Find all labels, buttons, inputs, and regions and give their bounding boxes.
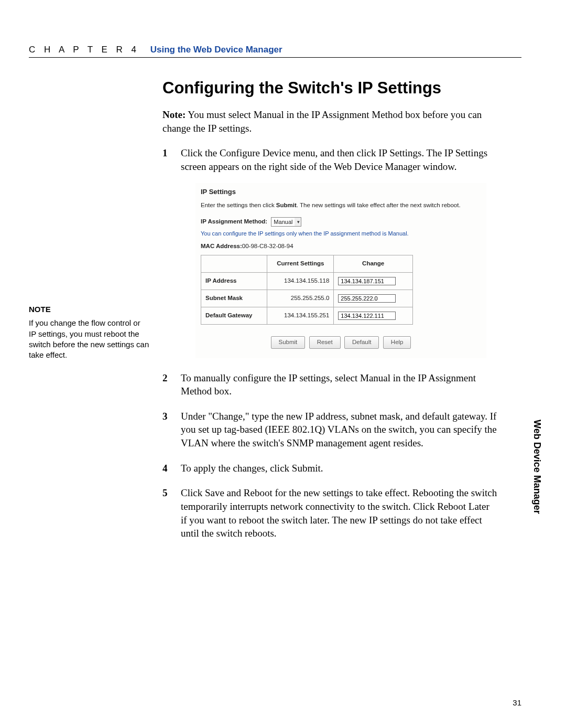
steps-list: Click the Configure Device menu, and the…: [162, 146, 498, 540]
chapter-title: Using the Web Device Manager: [150, 45, 282, 55]
note-paragraph: Note: You must select Manual in the IP A…: [162, 108, 498, 135]
ss-button-row: Submit Reset Default Help: [201, 336, 481, 349]
ip-settings-table: Current Settings Change IP Address 134.1…: [201, 255, 413, 325]
ss-instruction: Enter the settings then click Submit. Th…: [201, 201, 481, 210]
step-1: Click the Configure Device menu, and the…: [162, 146, 498, 358]
step-3: Under "Change," type the new IP address,…: [162, 410, 498, 450]
ss-assignment-row: IP Assignment Method: Manual: [201, 217, 481, 227]
ip-settings-screenshot: IP Settings Enter the settings then clic…: [195, 183, 486, 358]
step-2: To manually configure the IP settings, s…: [162, 371, 498, 398]
margin-note-title: NOTE: [29, 304, 149, 315]
ss-mac-row: MAC Address:00-98-C8-32-08-94: [201, 242, 481, 251]
ip-address-input[interactable]: [338, 277, 396, 285]
subnet-mask-input[interactable]: [338, 294, 396, 303]
submit-button[interactable]: Submit: [271, 336, 306, 349]
row-current: 134.134.155.118: [267, 272, 334, 290]
side-tab-label: Web Device Manager: [531, 420, 542, 514]
row-label: IP Address: [201, 272, 267, 290]
page-header: C H A P T E R 4 Using the Web Device Man…: [29, 45, 521, 58]
row-current: 255.255.255.0: [267, 290, 334, 307]
step-4: To apply the changes, click Submit.: [162, 462, 498, 475]
help-button[interactable]: Help: [383, 336, 411, 349]
ss-assignment-label: IP Assignment Method:: [201, 218, 267, 224]
ss-blue-hint: You can configure the IP settings only w…: [201, 230, 481, 238]
row-current: 134.134.155.251: [267, 307, 334, 324]
th-current: Current Settings: [267, 255, 334, 272]
section-title: Configuring the Switch's IP Settings: [162, 79, 498, 98]
chapter-label: C H A P T E R 4: [29, 45, 139, 55]
ss-title: IP Settings: [201, 187, 481, 197]
th-blank: [201, 255, 267, 272]
ip-assignment-method-select[interactable]: Manual: [271, 217, 301, 227]
margin-note-text: If you change the flow control or IP set…: [29, 318, 149, 360]
th-change: Change: [334, 255, 413, 272]
table-row: IP Address 134.134.155.118: [201, 272, 413, 290]
page-number: 31: [513, 698, 521, 707]
row-label: Default Gateway: [201, 307, 267, 324]
ss-mac-value: 00-98-C8-32-08-94: [242, 243, 293, 249]
default-gateway-input[interactable]: [338, 312, 396, 320]
note-text: You must select Manual in the IP Assignm…: [162, 109, 482, 134]
row-label: Subnet Mask: [201, 290, 267, 307]
default-button[interactable]: Default: [344, 336, 379, 349]
step-5: Click Save and Reboot for the new settin…: [162, 486, 498, 540]
margin-note: NOTE If you change the flow control or I…: [29, 304, 149, 360]
table-row: Default Gateway 134.134.155.251: [201, 307, 413, 324]
table-row: Subnet Mask 255.255.255.0: [201, 290, 413, 307]
reset-button[interactable]: Reset: [309, 336, 341, 349]
step-1-text: Click the Configure Device menu, and the…: [181, 147, 487, 172]
note-label: Note:: [162, 109, 186, 120]
ss-mac-label: MAC Address:: [201, 243, 242, 249]
